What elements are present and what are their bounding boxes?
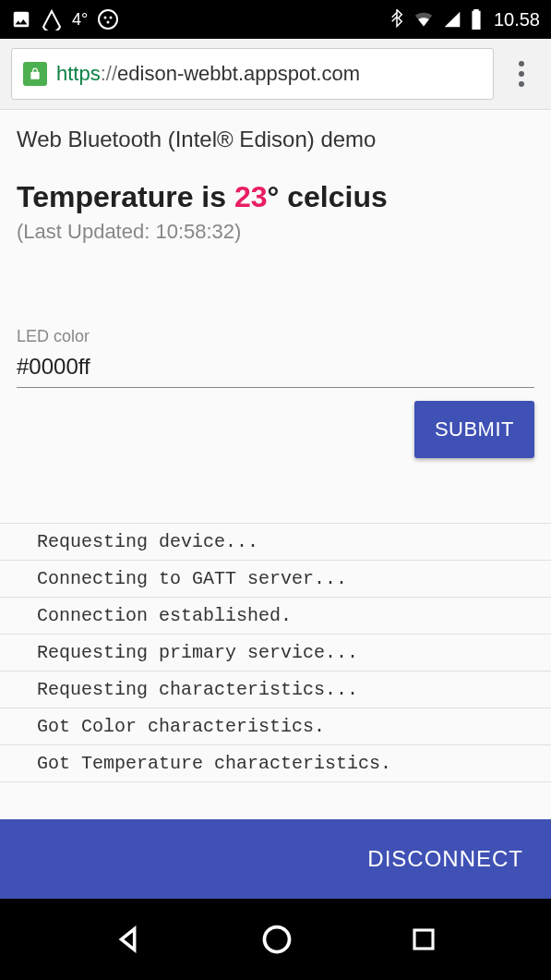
last-updated: (Last Updated: 10:58:32) xyxy=(17,220,534,244)
svg-point-3 xyxy=(107,21,110,24)
temp-prefix: Temperature is xyxy=(17,180,234,213)
url-host: edison-webbt.appspot.com xyxy=(117,62,360,85)
battery-icon xyxy=(470,9,483,30)
page-content: Web Bluetooth (Intel® Edison) demo Tempe… xyxy=(0,110,551,458)
log-item: Requesting device... xyxy=(0,524,551,561)
log-item: Got Color characteristics. xyxy=(0,708,551,745)
recent-icon[interactable] xyxy=(410,926,437,953)
android-nav-bar xyxy=(0,899,551,980)
status-temperature: 4° xyxy=(72,10,88,30)
bluetooth-icon xyxy=(389,9,405,30)
temperature-heading: Temperature is 23° celcius xyxy=(17,180,534,214)
log-item: Got Temperature characteristics. xyxy=(0,745,551,782)
submit-button[interactable]: SUBMIT xyxy=(414,401,534,458)
svg-rect-5 xyxy=(414,930,433,949)
image-icon xyxy=(11,9,31,30)
peak-icon xyxy=(41,8,63,30)
led-color-input[interactable] xyxy=(17,350,534,388)
log-item: Connection established. xyxy=(0,598,551,635)
svg-point-1 xyxy=(104,17,107,19)
url-bar[interactable]: https://edison-webbt.appspot.com xyxy=(11,48,494,100)
url-text: https://edison-webbt.appspot.com xyxy=(56,62,360,86)
status-clock: 10.58 xyxy=(494,9,540,30)
status-right: 10.58 xyxy=(389,9,540,30)
log-item: Requesting primary service... xyxy=(0,635,551,671)
log-list: Requesting device... Connecting to GATT … xyxy=(0,523,551,782)
svg-point-0 xyxy=(99,10,117,29)
footer-bar: DISCONNECT xyxy=(0,819,551,899)
url-separator: :// xyxy=(101,62,117,85)
wifi-icon xyxy=(413,10,435,29)
log-item: Connecting to GATT server... xyxy=(0,561,551,598)
led-color-label: LED color xyxy=(17,327,534,346)
temp-value: 23 xyxy=(234,180,268,213)
menu-button[interactable] xyxy=(503,61,540,87)
svg-point-2 xyxy=(110,17,113,19)
disconnect-button[interactable]: DISCONNECT xyxy=(367,846,523,872)
face-icon xyxy=(97,8,119,30)
url-scheme: https xyxy=(56,62,101,85)
signal-icon xyxy=(442,10,462,29)
status-left: 4° xyxy=(11,8,119,30)
temp-suffix: ° celcius xyxy=(268,180,388,213)
page-subtitle: Web Bluetooth (Intel® Edison) demo xyxy=(17,127,534,152)
android-status-bar: 4° 10.58 xyxy=(0,0,551,39)
back-icon[interactable] xyxy=(114,924,145,955)
browser-toolbar: https://edison-webbt.appspot.com xyxy=(0,39,551,110)
log-item: Requesting characteristics... xyxy=(0,671,551,708)
lock-icon xyxy=(23,62,47,86)
home-icon[interactable] xyxy=(260,923,293,956)
svg-point-4 xyxy=(265,927,290,952)
